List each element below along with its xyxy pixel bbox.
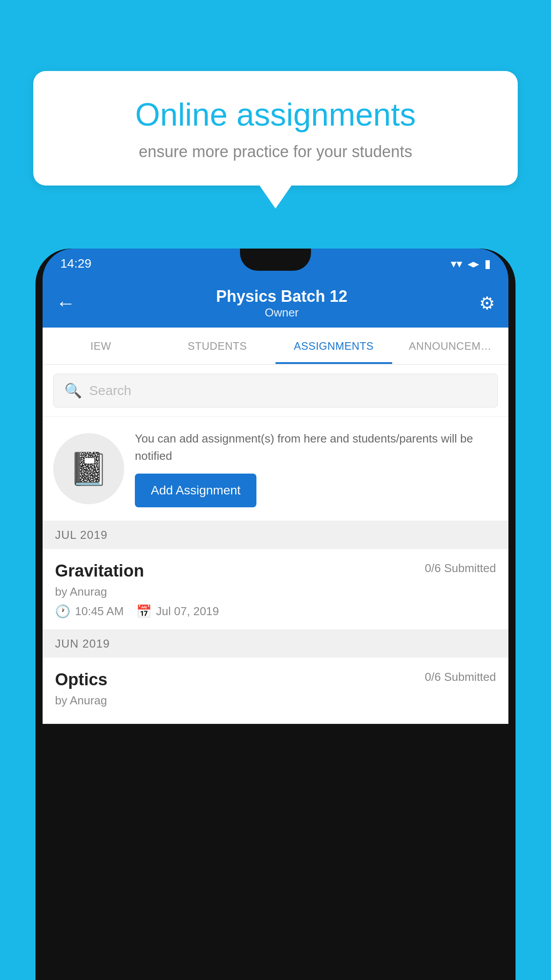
assignment-gravitation-submitted: 0/6 Submitted bbox=[425, 561, 496, 575]
assignment-optics-name: Optics bbox=[55, 670, 107, 689]
tab-iew[interactable]: IEW bbox=[43, 328, 159, 364]
notch bbox=[240, 249, 311, 271]
search-bar-container: 🔍 Search bbox=[43, 365, 508, 417]
assignment-gravitation-by: by Anurag bbox=[55, 585, 496, 599]
status-bar-icons: ▾▾ ◂▸ ▮ bbox=[451, 257, 491, 271]
assignment-top-row: Gravitation 0/6 Submitted bbox=[55, 561, 496, 581]
search-bar[interactable]: 🔍 Search bbox=[53, 374, 498, 407]
assignment-optics-submitted: 0/6 Submitted bbox=[425, 670, 496, 684]
assignment-gravitation-time: 🕐 10:45 AM bbox=[55, 604, 124, 619]
phone-frame: 14:29 ▾▾ ◂▸ ▮ ← Physics Batch 12 Owner ⚙… bbox=[35, 249, 516, 980]
search-icon: 🔍 bbox=[64, 382, 82, 399]
promo-icon-circle: 📓 bbox=[53, 433, 124, 504]
tabs-bar: IEW STUDENTS ASSIGNMENTS ANNOUNCEM… bbox=[43, 328, 508, 365]
assignment-optics-by: by Anurag bbox=[55, 694, 496, 707]
assignment-gravitation-date: 📅 Jul 07, 2019 bbox=[136, 604, 219, 619]
clock-icon: 🕐 bbox=[55, 604, 71, 619]
assignment-gravitation-meta: 🕐 10:45 AM 📅 Jul 07, 2019 bbox=[55, 604, 496, 619]
speech-bubble-tail bbox=[260, 186, 291, 209]
assignment-gravitation-date-value: Jul 07, 2019 bbox=[156, 605, 219, 618]
status-bar: 14:29 ▾▾ ◂▸ ▮ bbox=[43, 249, 508, 279]
settings-icon[interactable]: ⚙ bbox=[479, 293, 495, 313]
tab-students[interactable]: STUDENTS bbox=[159, 328, 276, 364]
batch-title: Physics Batch 12 bbox=[84, 287, 479, 306]
add-assignment-button[interactable]: Add Assignment bbox=[135, 474, 256, 507]
assignment-gravitation-name: Gravitation bbox=[55, 561, 144, 581]
phone-inner: 14:29 ▾▾ ◂▸ ▮ ← Physics Batch 12 Owner ⚙… bbox=[43, 249, 508, 980]
wifi-icon: ▾▾ bbox=[451, 257, 462, 271]
speech-bubble-title: Online assignments bbox=[60, 95, 491, 134]
speech-bubble-subtitle: ensure more practice for your students bbox=[60, 142, 491, 161]
notebook-icon: 📓 bbox=[69, 450, 109, 488]
assignment-optics[interactable]: Optics 0/6 Submitted by Anurag bbox=[43, 658, 508, 724]
assignment-promo: 📓 You can add assignment(s) from here an… bbox=[43, 417, 508, 521]
assignment-optics-top-row: Optics 0/6 Submitted bbox=[55, 670, 496, 689]
app-header: ← Physics Batch 12 Owner ⚙ bbox=[43, 279, 508, 328]
assignment-gravitation[interactable]: Gravitation 0/6 Submitted by Anurag 🕐 10… bbox=[43, 549, 508, 630]
assignment-gravitation-time-value: 10:45 AM bbox=[75, 605, 124, 618]
search-placeholder: Search bbox=[89, 383, 131, 398]
back-button[interactable]: ← bbox=[56, 292, 75, 314]
batch-subtitle: Owner bbox=[84, 306, 479, 320]
signal-icon: ◂▸ bbox=[468, 257, 479, 271]
promo-text-area: You can add assignment(s) from here and … bbox=[135, 430, 498, 507]
calendar-icon: 📅 bbox=[136, 604, 152, 619]
promo-description: You can add assignment(s) from here and … bbox=[135, 430, 498, 465]
speech-bubble-section: Online assignments ensure more practice … bbox=[33, 71, 518, 209]
screen-content: 🔍 Search 📓 You can add assignment(s) fro… bbox=[43, 365, 508, 724]
tab-assignments[interactable]: ASSIGNMENTS bbox=[276, 328, 392, 364]
month-header-jun: JUN 2019 bbox=[43, 630, 508, 658]
speech-bubble-card: Online assignments ensure more practice … bbox=[33, 71, 518, 186]
month-header-jul: JUL 2019 bbox=[43, 521, 508, 549]
tab-announcements[interactable]: ANNOUNCEM… bbox=[392, 328, 509, 364]
status-bar-time: 14:29 bbox=[60, 257, 91, 271]
battery-icon: ▮ bbox=[484, 257, 491, 271]
header-title-container: Physics Batch 12 Owner bbox=[84, 287, 479, 320]
